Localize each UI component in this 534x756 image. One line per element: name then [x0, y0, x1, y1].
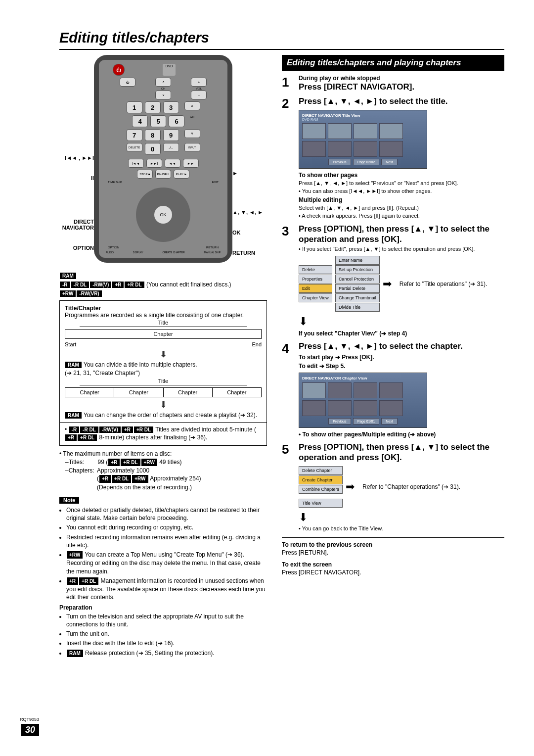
down-arrow-icon: ⬇ — [65, 349, 262, 360]
arrow-icon: ⬇ — [299, 315, 308, 328]
arrow-icon: ⬇ — [299, 511, 308, 523]
remote-diagram: I◄◄ , ►►I II DIRECT NAVIGATOR OPTION ⏻ D… — [59, 55, 267, 268]
callout-pause: II — [59, 175, 94, 181]
down-arrow-icon: ⬇ — [65, 399, 262, 410]
page-footer: RQT9053 30 — [20, 717, 39, 736]
callout-return: RETURN — [232, 250, 267, 256]
callout-directnav: DIRECT NAVIGATOR — [59, 219, 94, 231]
callout-play: ► — [232, 170, 267, 176]
title-rule — [59, 49, 504, 50]
callout-dpad: ▲, ▼, ◄, ► — [232, 209, 267, 215]
note-block: Note Once deleted or partially deleted, … — [59, 495, 267, 602]
step3-main: Press [OPTION], then press [▲, ▼] to sel… — [299, 224, 504, 245]
option-menu: Delete Properties Edit Chapter View Ente… — [299, 255, 504, 312]
page-title: Editing titles/chapters — [59, 30, 504, 46]
exit-instr: To exit the screenPress [DIRECT NAVIGATO… — [282, 561, 504, 576]
screen-chapter-view: DIRECT NAVIGATOR Chapter View Previous P… — [299, 373, 427, 428]
step-number: 5 — [282, 442, 299, 532]
step1-main: Press [DIRECT NAVIGATOR]. — [299, 82, 504, 92]
callout-option: OPTION — [59, 245, 94, 251]
step-number: 2 — [282, 96, 299, 219]
step-number: 1 — [282, 75, 299, 92]
step-number: 4 — [282, 341, 299, 437]
step5-main: Press [OPTION], then press [▲, ▼] to sel… — [299, 442, 504, 463]
screen-title-view: DIRECT NAVIGATOR Title View DVD-RAM Prev… — [299, 110, 427, 169]
step2-main: Press [▲, ▼, ◄, ►] to select the title. — [299, 96, 504, 106]
step4-main: Press [▲, ▼, ◄, ►] to select the chapter… — [299, 341, 504, 351]
max-items: • The maximum number of items on a disc:… — [59, 450, 267, 491]
section-bar: Editing titles/chapters and playing chap… — [282, 55, 504, 71]
arrow-icon: ➡ — [383, 278, 392, 290]
callout-skip: I◄◄ , ►►I — [59, 155, 94, 161]
callout-ok: OK — [232, 230, 267, 236]
return-instr: To return to the previous screenPress [R… — [282, 541, 504, 557]
step1-pre: During play or while stopped — [299, 75, 504, 82]
title-chapter-box: Title/Chapter Programmes are recorded as… — [59, 300, 267, 446]
preparation: Preparation Turn on the television and s… — [59, 604, 267, 658]
step2-sub: To show other pages — [299, 172, 504, 179]
disc-tags: RAM -R-R DL-RW(V)+R+R DL (You cannot edi… — [59, 271, 267, 297]
arrow-icon: ➡ — [346, 480, 355, 493]
chapter-option-menu: Delete Chapter Create Chapter Combine Ch… — [299, 466, 504, 508]
step-number: 3 — [282, 224, 299, 337]
